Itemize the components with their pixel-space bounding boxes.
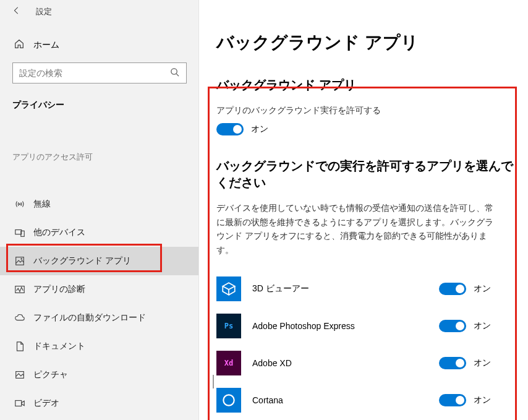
sidebar-item-partial[interactable]: メッセージング <box>0 166 199 190</box>
app-toggle-adobe-xd[interactable] <box>439 357 466 369</box>
app-name: Adobe XD <box>252 358 439 368</box>
section-heading-master: バックグラウンド アプリ <box>216 77 528 93</box>
app-toggle-label: オン <box>474 283 491 294</box>
window-title: 設定 <box>36 6 52 17</box>
svg-point-10 <box>223 395 234 405</box>
background-apps-icon <box>14 255 26 267</box>
app-toggle-3d-viewer[interactable] <box>439 283 466 295</box>
master-toggle[interactable] <box>216 123 244 135</box>
app-list: 3D ビューアー オン Ps Adobe Photoshop Express オ… <box>216 270 528 420</box>
master-toggle-label: オン <box>251 124 268 135</box>
sidebar-item-app-diagnostics[interactable]: アプリの診断 <box>0 275 199 304</box>
sidebar-item-label: 他のデバイス <box>33 227 85 238</box>
svg-line-1 <box>176 74 179 76</box>
sidebar-item-auto-download[interactable]: ファイルの自動ダウンロード <box>0 304 199 332</box>
section-heading-apps: バックグラウンドでの実行を許可するアプリを選んでください <box>216 158 513 191</box>
back-icon[interactable] <box>12 6 22 17</box>
app-row-3d-viewer: 3D ビューアー オン <box>216 270 528 307</box>
sidebar-item-label: 無線 <box>33 199 51 210</box>
app-toggle-cortana[interactable] <box>439 394 466 406</box>
app-toggle-label: オン <box>474 320 491 332</box>
diagnostics-icon <box>14 283 26 296</box>
app-icon-cortana <box>216 388 241 413</box>
svg-point-6 <box>20 258 22 260</box>
sidebar-item-background-apps[interactable]: バックグラウンド アプリ <box>0 247 199 275</box>
app-name: Adobe Photoshop Express <box>252 321 439 331</box>
sidebar-item-label: アプリの診断 <box>33 284 85 295</box>
section-apps-desc: デバイスを使用していない時でも情報の受信や通知の送信を許可し、常に最新の状態を維… <box>216 201 501 257</box>
sidebar-heading-privacy: プライバシー <box>0 84 199 117</box>
app-row-photoshop-express: Ps Adobe Photoshop Express オン <box>216 307 528 345</box>
sidebar-item-other-devices[interactable]: 他のデバイス <box>0 218 199 247</box>
sidebar: 設定 ホーム プライバシー アプリのアクセス許可 メッセージング 無線 <box>0 0 199 420</box>
titlebar: 設定 <box>0 0 199 22</box>
search-row <box>0 56 199 84</box>
app-name: Cortana <box>252 395 439 405</box>
app-toggle-label: オン <box>474 395 491 406</box>
sidebar-item-video[interactable]: ビデオ <box>0 389 199 418</box>
svg-point-0 <box>171 69 177 74</box>
search-box[interactable] <box>12 62 187 84</box>
sidebar-item-label: ピクチャ <box>33 369 68 380</box>
search-icon <box>170 67 180 79</box>
sidebar-subheading: アプリのアクセス許可 <box>0 117 199 166</box>
app-row-adobe-xd: Xd Adobe XD オン <box>216 345 528 382</box>
app-icon-photoshop-express: Ps <box>216 314 241 338</box>
sidebar-item-pictures[interactable]: ピクチャ <box>0 361 199 389</box>
page-title: バックグラウンド アプリ <box>216 31 528 54</box>
master-toggle-row: オン <box>216 123 528 135</box>
content-pane: バックグラウンド アプリ バックグラウンド アプリ アプリのバックグラウンド実行… <box>199 0 528 420</box>
content-scrollbar-thumb[interactable] <box>213 375 214 388</box>
master-toggle-desc: アプリのバックグラウンド実行を許可する <box>216 103 501 117</box>
cloud-download-icon <box>14 312 26 324</box>
home-icon <box>14 38 26 51</box>
app-toggle-photoshop-express[interactable] <box>439 320 466 332</box>
nav-home[interactable]: ホーム <box>0 22 199 56</box>
app-toggle-label: オン <box>474 358 491 369</box>
svg-point-2 <box>19 204 21 205</box>
app-icon-3d-viewer <box>216 276 241 301</box>
app-row-cortana: Cortana オン <box>216 382 528 419</box>
sidebar-item-documents[interactable]: ドキュメント <box>0 332 199 361</box>
radio-icon <box>14 198 26 210</box>
pictures-icon <box>14 369 26 381</box>
sidebar-item-label: バックグラウンド アプリ <box>33 255 131 267</box>
search-input[interactable] <box>19 68 170 78</box>
app-icon-adobe-xd: Xd <box>216 351 241 375</box>
sidebar-item-label: ドキュメント <box>33 341 85 352</box>
sidebar-item-label: ビデオ <box>33 398 59 409</box>
svg-rect-9 <box>15 401 22 406</box>
devices-icon <box>14 226 26 239</box>
app-name: 3D ビューアー <box>252 283 439 294</box>
sidebar-item-label: ファイルの自動ダウンロード <box>33 312 146 324</box>
nav-home-label: ホーム <box>33 40 59 51</box>
sidebar-nav-list: メッセージング 無線 他のデバイス バックグラウンド アプリ アプリの診断 <box>0 166 199 420</box>
sidebar-item-radio[interactable]: 無線 <box>0 190 199 218</box>
video-icon <box>14 397 26 409</box>
document-icon <box>14 340 26 353</box>
